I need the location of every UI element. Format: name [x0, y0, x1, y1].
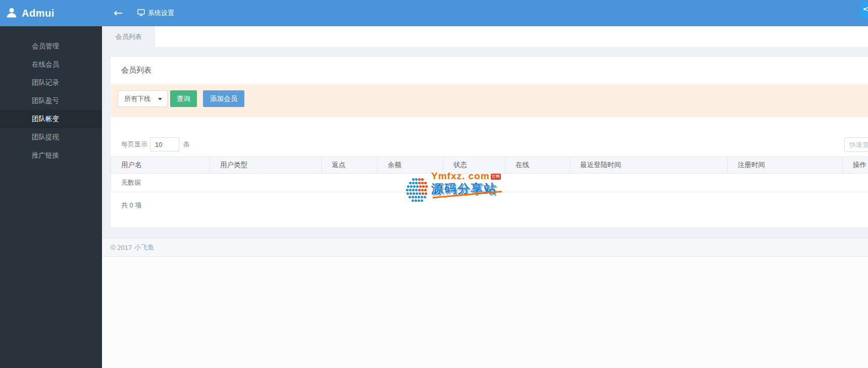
- page-size-label-after: 条: [183, 140, 190, 149]
- column-header-操作: 操作: [843, 157, 868, 174]
- filter-bar: 所有下线 查询 添加会员: [111, 84, 868, 117]
- query-button[interactable]: 查询: [170, 90, 197, 107]
- tab-bar: 会员列表: [102, 26, 868, 47]
- content-area: 会员列表 所有下线 查询 添加会员 每页显示 条: [102, 47, 868, 238]
- sidebar-menu: 会员管理在线会员团队记录团队盈亏团队帐变团队提现推广链接: [0, 26, 102, 165]
- page-size-bar: 每页显示 条: [111, 137, 868, 151]
- footer-link[interactable]: 小飞鱼: [134, 243, 154, 252]
- table-empty-row: 无数据: [111, 174, 868, 192]
- sidebar: 会员管理在线会员团队记录团队盈亏团队帐变团队提现推广链接: [0, 26, 102, 368]
- sidebar-item-团队记录[interactable]: 团队记录: [0, 74, 102, 92]
- column-header-注册时间: 注册时间: [728, 157, 843, 174]
- empty-text: 无数据: [111, 174, 868, 192]
- total-count: 共 0 项: [121, 201, 868, 210]
- panel-title: 会员列表: [111, 57, 868, 84]
- column-header-在线: 在线: [505, 157, 570, 174]
- member-list-panel: 会员列表 所有下线 查询 添加会员 每页显示 条: [111, 57, 868, 227]
- brand-title: Admui: [22, 8, 55, 19]
- tab-member-list[interactable]: 会员列表: [102, 26, 155, 47]
- downline-select-value: 所有下线: [124, 94, 150, 103]
- nav-item-system-settings[interactable]: 系统设置: [137, 9, 174, 18]
- sidebar-item-团队提现[interactable]: 团队提现: [0, 128, 102, 146]
- sidebar-item-在线会员[interactable]: 在线会员: [0, 56, 102, 74]
- sidebar-item-推广链接[interactable]: 推广链接: [0, 146, 102, 165]
- column-header-用户名: 用户名: [111, 157, 210, 174]
- below-content-space: [102, 257, 868, 368]
- downline-select[interactable]: 所有下线: [118, 90, 168, 107]
- column-header-用户类型: 用户类型: [210, 157, 322, 174]
- column-header-返点: 返点: [322, 157, 378, 174]
- main-area: 会员列表 会员列表 所有下线 查询 添加会员 每页显示 条: [102, 26, 868, 368]
- column-header-状态: 状态: [443, 157, 505, 174]
- sidebar-item-会员管理[interactable]: 会员管理: [0, 37, 102, 56]
- add-member-button[interactable]: 添加会员: [203, 90, 244, 107]
- sidebar-item-团队帐变[interactable]: 团队帐变: [0, 110, 102, 128]
- sidebar-item-团队盈亏[interactable]: 团队盈亏: [0, 92, 102, 110]
- column-header-余额: 余额: [378, 157, 443, 174]
- caret-down-icon: [158, 98, 162, 100]
- monitor-icon: [137, 9, 148, 18]
- corner-share-button[interactable]: [860, 2, 868, 18]
- page-size-input[interactable]: [150, 137, 179, 151]
- share-icon: [863, 5, 868, 15]
- page-size-label-before: 每页显示: [121, 140, 147, 149]
- copyright-text: © 2017: [111, 244, 132, 251]
- logo: Admui: [0, 6, 102, 21]
- app-header: Admui ← 系统设置: [0, 0, 868, 26]
- column-header-最近登陆时间: 最近登陆时间: [570, 157, 728, 174]
- nav-item-label: 系统设置: [148, 9, 174, 18]
- user-icon: [5, 6, 18, 21]
- member-table: 用户名用户类型返点余额状态在线最近登陆时间注册时间操作 无数据: [111, 156, 868, 192]
- back-arrow-icon[interactable]: ←: [108, 8, 128, 19]
- table-header-row: 用户名用户类型返点余额状态在线最近登陆时间注册时间操作: [111, 157, 868, 174]
- footer: © 2017 小飞鱼: [102, 238, 868, 257]
- quick-search-input[interactable]: [844, 137, 868, 152]
